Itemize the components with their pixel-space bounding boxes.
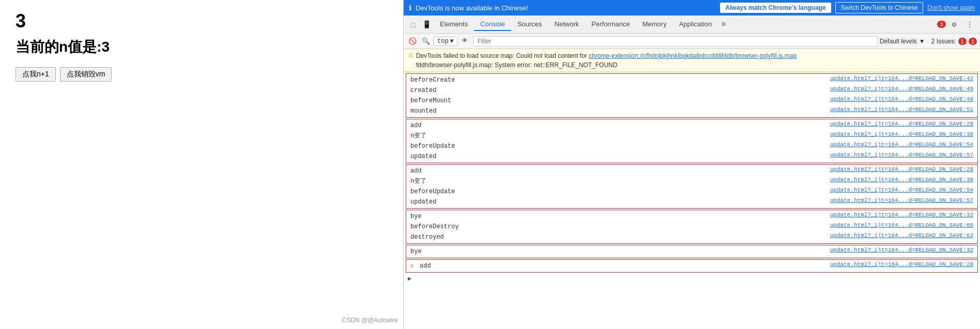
tab-performance[interactable]: Performance (585, 18, 636, 31)
context-dropdown[interactable]: top ▼ (434, 37, 457, 46)
tab-console[interactable]: Console (474, 18, 511, 31)
log-messages: beforeCreate update.html?_ijt=164...d=RE… (404, 72, 980, 329)
increment-button[interactable]: 点我n+1 (16, 67, 56, 82)
devtools-notification: ℹ DevTools is now available in Chinese! … (404, 0, 980, 15)
warning-icon: ⚠ (408, 51, 414, 59)
log-line: beforeUpdate update.html?_ijt=164...d=RE… (406, 141, 977, 151)
log-line: ⊙ add update.html?_ijt=164...d=RELOAD_ON… (406, 261, 977, 271)
device-toolbar-icon[interactable]: 📱 (420, 18, 433, 30)
tab-memory[interactable]: Memory (636, 18, 673, 31)
issues-count-2: 1 (969, 38, 977, 45)
eye-icon[interactable]: 👁 (460, 36, 471, 47)
notification-text: DevTools is now available in Chinese! (416, 4, 716, 12)
log-group-update-1: add update.html?_ijt=164...d=RELOAD_ON_S… (406, 119, 978, 163)
badge-count: 1 (937, 21, 946, 28)
warning-bar: ⚠ DevTools failed to load source map: Co… (404, 49, 980, 72)
log-line: n变了 update.html?_ijt=164...d=RELOAD_ON_S… (406, 131, 977, 141)
devtools-panel: ℹ DevTools is now available in Chinese! … (403, 0, 980, 329)
log-line: beforeDestroy update.html?_ijt=164...d=R… (406, 222, 977, 232)
log-group-add-standalone: ⊙ add update.html?_ijt=164...d=RELOAD_ON… (406, 259, 978, 273)
log-group-update-2: add update.html?_ijt=164...d=RELOAD_ON_S… (406, 164, 978, 209)
console-filter-input[interactable] (473, 36, 878, 46)
console-toolbar: 🚫 🔍 top ▼ 👁 Default levels ▼ 2 Issues: 1… (404, 34, 980, 49)
dropdown-arrow-icon: ▼ (450, 38, 454, 45)
dont-show-again-link[interactable]: Don't show again (927, 4, 975, 11)
inspect-element-icon[interactable]: ⬚ (407, 18, 419, 30)
tabs-overflow-button[interactable]: » (718, 20, 729, 29)
log-group-destroy: bye update.html?_ijt=164...d=RELOAD_ON_S… (406, 210, 978, 244)
page-number: 3 (16, 10, 388, 32)
page-label: 当前的n值是:3 (16, 37, 388, 57)
console-log-area: beforeCreate update.html?_ijt=164...d=RE… (404, 72, 980, 329)
issues-badge: 2 Issues: 1 1 (931, 38, 977, 45)
more-options-icon[interactable]: ⋮ (963, 18, 976, 30)
console-clear-icon[interactable]: 🚫 (407, 36, 418, 47)
tab-application[interactable]: Application (673, 18, 718, 31)
log-line: bye update.html?_ijt=164...d=RELOAD_ON_S… (406, 246, 977, 257)
log-line: beforeUpdate update.html?_ijt=164...d=RE… (406, 186, 977, 197)
tab-sources[interactable]: Sources (511, 18, 548, 31)
log-group-mount: beforeCreate update.html?_ijt=164...d=RE… (406, 73, 978, 118)
log-line: updated update.html?_ijt=164...d=RELOAD_… (406, 151, 977, 162)
levels-arrow-icon: ▼ (919, 38, 925, 45)
issues-count-1: 1 (958, 38, 967, 45)
destroy-button[interactable]: 点我销毁vm (60, 67, 112, 82)
log-line: n变了 update.html?_ijt=164...d=RELOAD_ON_S… (406, 176, 977, 186)
log-line: bye update.html?_ijt=164...d=RELOAD_ON_S… (406, 211, 977, 222)
log-line: destroyed update.html?_ijt=164...d=RELOA… (406, 232, 977, 242)
watermark: CSDN @@Autowire (342, 317, 398, 324)
tab-right-icons: 1 ⚙ ⋮ (937, 18, 977, 30)
switch-to-chinese-button[interactable]: Switch DevTools to Chinese (835, 2, 924, 13)
log-group-bye-standalone: bye update.html?_ijt=164...d=RELOAD_ON_S… (406, 245, 978, 258)
button-group: 点我n+1 点我销毁vm (16, 67, 388, 82)
tab-elements[interactable]: Elements (434, 18, 474, 31)
log-line: add update.html?_ijt=164...d=RELOAD_ON_S… (406, 166, 977, 176)
log-line: add update.html?_ijt=164...d=RELOAD_ON_S… (406, 120, 977, 131)
warning-link[interactable]: chrome-extension://cfhdojbkjhnklbpkdaibd… (589, 52, 797, 59)
context-label: top (437, 38, 449, 45)
info-icon: ℹ (409, 4, 411, 12)
circle-icon: ⊙ (410, 262, 418, 269)
issues-label: 2 Issues: (931, 38, 956, 45)
default-levels-label: Default levels (880, 38, 917, 45)
log-line: beforeCreate update.html?_ijt=164...d=RE… (406, 75, 977, 85)
warning-text: DevTools failed to load source map: Coul… (416, 51, 797, 70)
log-line: created update.html?_ijt=164...d=RELOAD_… (406, 85, 977, 96)
log-line: updated update.html?_ijt=164...d=RELOAD_… (406, 197, 977, 207)
default-levels-dropdown[interactable]: Default levels ▼ (880, 38, 925, 45)
log-line: mounted update.html?_ijt=164...d=RELOAD_… (406, 106, 977, 116)
console-expand-arrow[interactable]: ▶ (404, 274, 980, 284)
match-language-button[interactable]: Always match Chrome's language (720, 3, 831, 13)
settings-icon[interactable]: ⚙ (948, 18, 960, 30)
page-content: 3 当前的n值是:3 点我n+1 点我销毁vm CSDN @@Autowire (0, 0, 403, 329)
log-line: beforeMount update.html?_ijt=164...d=REL… (406, 96, 977, 106)
console-filter-icon[interactable]: 🔍 (420, 36, 432, 47)
console-content: ⚠ DevTools failed to load source map: Co… (404, 49, 980, 329)
devtools-tabs-bar: ⬚ 📱 Elements Console Sources Network Per… (404, 15, 980, 34)
tab-network[interactable]: Network (548, 18, 586, 31)
